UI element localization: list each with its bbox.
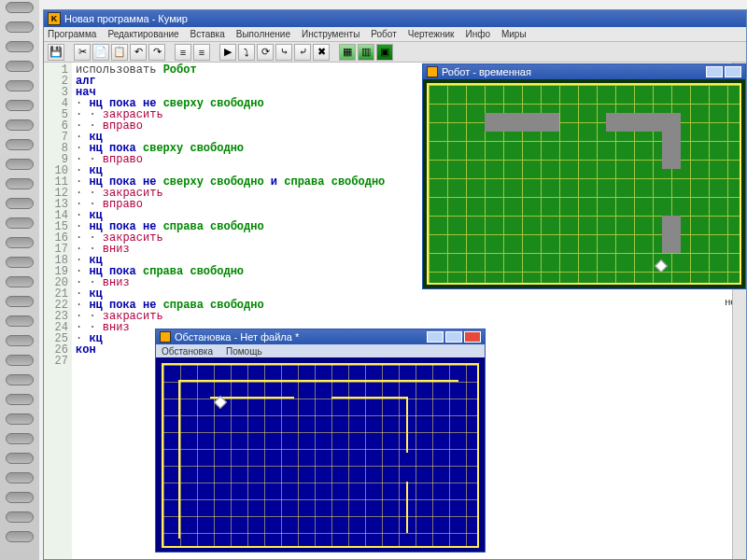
menu-program[interactable]: Программа [48,29,96,39]
doc2-button[interactable]: ≡ [193,44,210,61]
robot-window[interactable]: Робот - временная [422,63,746,289]
menu-worlds[interactable]: Миры [501,29,527,39]
line-gutter: 1234567891011121314151617181920212223242… [44,63,72,559]
menu-info[interactable]: Инфо [465,29,490,39]
menu-run[interactable]: Выполнение [236,29,290,39]
menu-edit[interactable]: Редактирование [107,29,178,39]
sit-wall [406,397,408,453]
grid1-button[interactable]: ▦ [339,44,356,61]
robot-icon [427,66,438,77]
undo-button[interactable]: ↶ [130,44,147,61]
sit-wall [178,380,180,539]
menu-tools[interactable]: Инструменты [302,29,359,39]
situation-titlebar[interactable]: Обстановка - Нет файла * [156,329,485,344]
toolbar: 💾 ✂ 📄 📋 ↶ ↷ ≡ ≡ ▶ ⤵ ⟳ ⤷ ⤶ ✖ ▦ ▥ ▣ [44,42,746,63]
menu-insert[interactable]: Вставка [190,29,225,39]
maximize-icon[interactable] [445,331,462,343]
robot-field[interactable] [427,83,741,285]
situation-title: Обстановка - Нет файла * [175,331,299,343]
situation-field[interactable] [162,363,479,548]
out-button[interactable]: ⤶ [294,44,311,61]
into-button[interactable]: ⤷ [275,44,292,61]
sit-wall [331,397,406,399]
minimize-icon[interactable] [706,66,723,77]
robot-wall [662,216,681,253]
situation-icon [160,331,171,343]
menu-bar: Программа Редактирование Вставка Выполне… [44,27,746,42]
robot-titlebar[interactable]: Робот - временная [423,64,745,79]
grid3-button[interactable]: ▣ [376,44,393,61]
close-icon[interactable] [464,331,481,343]
spiral-binding [0,0,39,560]
save-button[interactable]: 💾 [48,44,64,61]
run-button[interactable]: ▶ [219,44,236,61]
menu-drawer[interactable]: Чертежник [408,29,455,39]
paste-button[interactable]: 📋 [111,44,128,61]
menu-robot[interactable]: Робот [371,29,396,39]
grid2-button[interactable]: ▥ [358,44,374,61]
redo-button[interactable]: ↷ [148,44,165,61]
sit-wall [406,482,408,533]
copy-button[interactable]: 📄 [92,44,109,61]
robot-wall [662,113,681,169]
sit-wall [178,380,458,382]
app-title: Новая программа - Кумир [64,13,188,24]
doc1-button[interactable]: ≡ [175,44,191,61]
situation-grid [163,365,477,546]
robot-grid [429,85,740,283]
app-icon: K [48,12,61,25]
maximize-icon[interactable] [725,66,741,77]
stop-button[interactable]: ✖ [313,44,330,61]
step-button[interactable]: ⤵ [238,44,255,61]
robot-wall [485,113,559,132]
robot-title: Робот - временная [442,66,531,77]
minimize-icon[interactable] [427,331,444,343]
title-bar[interactable]: K Новая программа - Кумир [44,10,746,27]
over-button[interactable]: ⟳ [257,44,274,61]
sit-menu-env[interactable]: Обстановка [162,346,213,357]
situation-window[interactable]: Обстановка - Нет файла * Обстановка Помо… [155,329,486,553]
robot-wall [606,113,662,132]
sit-menu-help[interactable]: Помощь [226,346,262,357]
situation-menubar: Обстановка Помощь [156,344,485,357]
cut-button[interactable]: ✂ [74,44,91,61]
